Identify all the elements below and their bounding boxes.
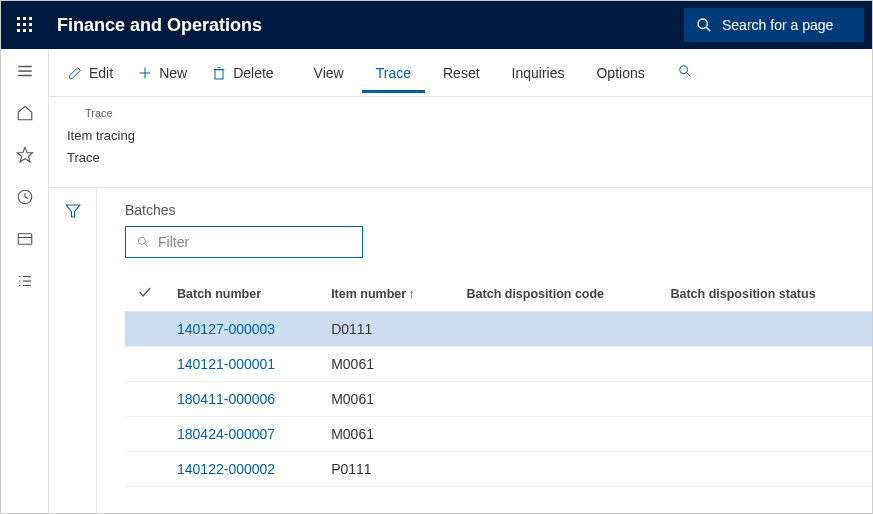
item-number-cell: M0061 <box>319 417 454 452</box>
tab-trace[interactable]: Trace <box>362 53 425 93</box>
context-line2: Trace <box>67 147 854 169</box>
favorites-icon[interactable] <box>13 143 37 167</box>
disposition-status-cell <box>658 347 872 382</box>
app-launcher-icon[interactable] <box>9 9 41 41</box>
col-disposition-code[interactable]: Batch disposition code <box>455 276 659 312</box>
svg-marker-14 <box>17 148 32 162</box>
batch-number-link[interactable]: 140127-000003 <box>165 312 319 347</box>
disposition-code-cell <box>455 452 659 487</box>
new-label: New <box>159 65 187 81</box>
table-row[interactable]: 140121-000001M0061 <box>125 347 872 382</box>
svg-rect-8 <box>29 29 32 32</box>
breadcrumb: Trace <box>49 97 872 123</box>
svg-rect-4 <box>23 23 26 26</box>
disposition-status-cell <box>658 312 872 347</box>
item-number-cell: P0111 <box>319 452 454 487</box>
row-selector[interactable] <box>125 417 165 452</box>
item-number-cell: M0061 <box>319 382 454 417</box>
svg-line-33 <box>144 243 147 246</box>
app-title: Finance and Operations <box>57 15 684 36</box>
svg-line-30 <box>686 73 690 77</box>
col-batch-number[interactable]: Batch number <box>165 276 319 312</box>
topbar: Finance and Operations Search for a page <box>1 1 872 49</box>
svg-rect-0 <box>17 17 20 20</box>
workspaces-icon[interactable] <box>13 227 37 251</box>
context-line1: Item tracing <box>67 125 854 147</box>
svg-rect-6 <box>17 29 20 32</box>
tab-view[interactable]: View <box>300 53 358 93</box>
item-number-cell: M0061 <box>319 347 454 382</box>
svg-point-29 <box>679 66 687 74</box>
home-icon[interactable] <box>13 101 37 125</box>
svg-rect-16 <box>18 234 32 245</box>
svg-rect-7 <box>23 29 26 32</box>
select-all-column[interactable] <box>125 276 165 312</box>
grid-title: Batches <box>125 202 872 218</box>
svg-rect-1 <box>23 17 26 20</box>
table-row[interactable]: 140122-000002P0111 <box>125 452 872 487</box>
left-nav <box>1 49 49 514</box>
svg-marker-31 <box>66 205 80 217</box>
disposition-status-cell <box>658 382 872 417</box>
svg-point-9 <box>698 19 707 28</box>
global-search[interactable]: Search for a page <box>684 8 864 42</box>
search-placeholder: Search for a page <box>722 17 833 33</box>
edit-label: Edit <box>89 65 113 81</box>
disposition-code-cell <box>455 417 659 452</box>
sort-asc-icon: ↑ <box>408 287 414 301</box>
col-disposition-status[interactable]: Batch disposition status <box>658 276 872 312</box>
disposition-code-cell <box>455 312 659 347</box>
edit-button[interactable]: Edit <box>57 59 123 87</box>
delete-button[interactable]: Delete <box>201 59 283 87</box>
table-row[interactable]: 180424-000007M0061 <box>125 417 872 452</box>
disposition-code-cell <box>455 347 659 382</box>
recent-icon[interactable] <box>13 185 37 209</box>
context: Item tracing Trace <box>49 123 872 187</box>
batches-table: Batch number Item number↑ Batch disposit… <box>125 276 872 487</box>
action-search-icon[interactable] <box>667 57 703 88</box>
row-selector[interactable] <box>125 382 165 417</box>
row-selector[interactable] <box>125 347 165 382</box>
filter-pane-toggle[interactable] <box>49 188 97 514</box>
new-button[interactable]: New <box>127 59 197 87</box>
item-number-cell: D0111 <box>319 312 454 347</box>
table-row[interactable]: 140127-000003D0111 <box>125 312 872 347</box>
svg-rect-3 <box>17 23 20 26</box>
svg-rect-5 <box>29 23 32 26</box>
batch-number-link[interactable]: 180411-000006 <box>165 382 319 417</box>
disposition-status-cell <box>658 452 872 487</box>
svg-line-10 <box>706 27 710 31</box>
batch-number-link[interactable]: 180424-000007 <box>165 417 319 452</box>
col-item-number[interactable]: Item number↑ <box>319 276 454 312</box>
table-row[interactable]: 180411-000006M0061 <box>125 382 872 417</box>
batch-number-link[interactable]: 140121-000001 <box>165 347 319 382</box>
grid-filter-input[interactable]: Filter <box>125 226 363 258</box>
tab-reset[interactable]: Reset <box>429 53 494 93</box>
tab-options[interactable]: Options <box>582 53 658 93</box>
delete-label: Delete <box>233 65 273 81</box>
svg-point-32 <box>138 237 145 244</box>
disposition-status-cell <box>658 417 872 452</box>
row-selector[interactable] <box>125 452 165 487</box>
filter-placeholder: Filter <box>158 234 189 250</box>
row-selector[interactable] <box>125 312 165 347</box>
tab-inquiries[interactable]: Inquiries <box>498 53 579 93</box>
action-bar: Edit New Delete View Trace Reset Inquiri… <box>49 49 872 97</box>
disposition-code-cell <box>455 382 659 417</box>
batch-number-link[interactable]: 140122-000002 <box>165 452 319 487</box>
menu-icon[interactable] <box>13 59 37 83</box>
svg-rect-26 <box>215 69 223 78</box>
svg-rect-2 <box>29 17 32 20</box>
modules-icon[interactable] <box>13 269 37 293</box>
